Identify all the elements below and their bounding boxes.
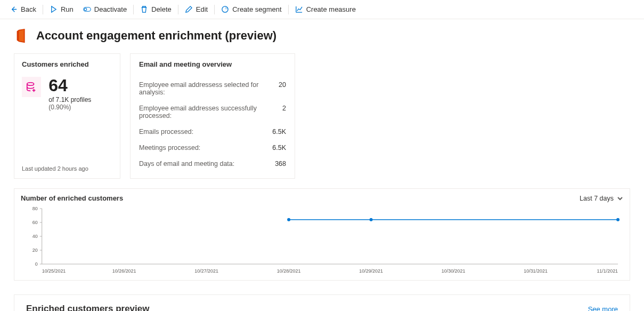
play-icon [50, 5, 58, 13]
enriched-subtext: of 7.1K profiles (0.90%) [48, 96, 112, 111]
page-content: Account engagement enrichment (preview) … [0, 19, 644, 311]
last-updated-text: Last updated 2 hours ago [22, 128, 112, 172]
svg-point-1 [84, 8, 87, 11]
overview-key: Days of email and meeting data: [139, 160, 234, 168]
enriched-count: 64 [48, 77, 112, 94]
overview-value: 6.5K [272, 128, 286, 135]
toolbar-separator [214, 5, 215, 14]
svg-point-25 [370, 218, 373, 221]
toggle-off-icon [83, 5, 91, 13]
back-button[interactable]: Back [5, 3, 40, 15]
line-chart: 02040608010/25/202110/26/202110/27/20211… [21, 205, 623, 275]
back-arrow-icon [10, 5, 18, 13]
svg-text:10/26/2021: 10/26/2021 [112, 268, 136, 274]
overview-key: Employee email addresses successfully pr… [139, 105, 282, 119]
toolbar-separator [288, 5, 289, 14]
overview-value: 20 [279, 81, 286, 96]
overview-key: Meetings processed: [139, 144, 200, 151]
overview-row: Days of email and meeting data:368 [139, 156, 286, 172]
overview-value: 2 [282, 105, 286, 119]
svg-text:10/31/2021: 10/31/2021 [524, 268, 548, 274]
back-label: Back [21, 5, 36, 13]
toolbar-separator [43, 5, 43, 14]
deactivate-label: Deactivate [94, 5, 127, 13]
svg-text:40: 40 [32, 234, 38, 239]
run-label: Run [61, 5, 74, 13]
email-meeting-overview-card: Email and meeting overview Employee emai… [130, 53, 295, 179]
toolbar-separator [178, 5, 178, 14]
svg-point-24 [287, 218, 290, 221]
enrichment-icon [22, 77, 41, 97]
enriched-customers-chart-card: Number of enriched customers Last 7 days… [14, 188, 630, 281]
preview-title: Enriched customers preview [26, 304, 149, 311]
svg-text:60: 60 [32, 220, 38, 225]
overview-key: Employee email addressess selected for a… [139, 81, 279, 96]
segment-icon [221, 5, 229, 13]
time-range-selector[interactable]: Last 7 days [580, 195, 623, 202]
summary-cards-row: Customers enriched 64 of 7.1K profiles (… [14, 53, 630, 179]
create-segment-label: Create segment [232, 5, 282, 13]
title-row: Account engagement enrichment (preview) [14, 28, 630, 44]
command-bar: Back Run Deactivate Delete Edit Create s… [0, 0, 644, 19]
overview-label: Email and meeting overview [139, 60, 286, 68]
overview-key: Emails processed: [139, 128, 193, 135]
overview-row: Employee email addresses successfully pr… [139, 100, 286, 124]
chart-line-icon [295, 5, 303, 13]
svg-point-3 [27, 83, 34, 86]
svg-text:10/30/2021: 10/30/2021 [442, 268, 466, 274]
page-title: Account engagement enrichment (preview) [36, 29, 276, 43]
create-measure-label: Create measure [306, 5, 356, 13]
create-measure-button[interactable]: Create measure [291, 3, 360, 15]
svg-text:20: 20 [32, 248, 38, 253]
delete-button[interactable]: Delete [136, 3, 176, 15]
pencil-icon [185, 5, 193, 13]
see-more-link[interactable]: See more [588, 305, 618, 312]
overview-row: Emails processed:6.5K [139, 124, 286, 140]
svg-text:10/29/2021: 10/29/2021 [359, 268, 383, 274]
trash-icon [140, 5, 148, 13]
customers-enriched-card: Customers enriched 64 of 7.1K profiles (… [14, 53, 120, 179]
run-button[interactable]: Run [45, 3, 78, 15]
edit-label: Edit [196, 5, 208, 13]
svg-text:0: 0 [35, 261, 38, 267]
time-range-label: Last 7 days [580, 195, 614, 202]
toolbar-separator [133, 5, 134, 14]
overview-value: 368 [275, 160, 286, 168]
chevron-down-icon [617, 195, 623, 202]
deactivate-button[interactable]: Deactivate [79, 3, 131, 15]
svg-text:80: 80 [32, 206, 38, 211]
svg-text:10/27/2021: 10/27/2021 [194, 268, 218, 274]
overview-row: Employee email addressess selected for a… [139, 77, 286, 100]
chart-title: Number of enriched customers [21, 194, 123, 202]
svg-text:10/25/2021: 10/25/2021 [42, 268, 66, 274]
delete-label: Delete [151, 5, 172, 13]
svg-point-26 [616, 218, 619, 221]
overview-row: Meetings processed:6.5K [139, 140, 286, 156]
svg-text:10/28/2021: 10/28/2021 [277, 268, 301, 274]
customers-enriched-label: Customers enriched [22, 60, 112, 68]
office-logo-icon [14, 28, 30, 44]
enriched-customers-preview-card: Enriched customers preview See more Prim… [14, 294, 630, 311]
create-segment-button[interactable]: Create segment [217, 3, 286, 15]
overview-value: 6.5K [272, 144, 286, 151]
edit-button[interactable]: Edit [181, 3, 212, 15]
svg-text:11/1/2021: 11/1/2021 [597, 268, 618, 274]
